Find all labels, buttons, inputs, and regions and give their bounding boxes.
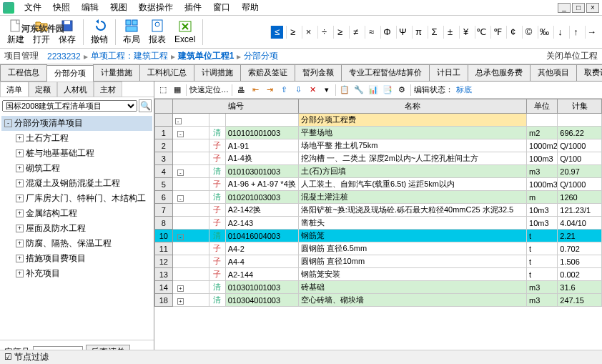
tab-division[interactable]: 分部分项 bbox=[46, 65, 94, 82]
report-button[interactable]: 报表 bbox=[144, 17, 170, 47]
tab-claims[interactable]: 索赔及签证 bbox=[240, 64, 295, 81]
move-up-icon[interactable]: ⇧ bbox=[278, 84, 290, 96]
quick-locate-button[interactable]: 快速定位… bbox=[189, 84, 229, 95]
tool-icon[interactable]: ▦ bbox=[172, 84, 183, 96]
tree-item[interactable]: +砌筑工程 bbox=[1, 161, 152, 176]
minimize-button[interactable]: _ bbox=[558, 3, 571, 13]
menu-help[interactable]: 帮助 bbox=[236, 0, 265, 15]
tree-item[interactable]: +补充项目 bbox=[1, 266, 152, 281]
symbol-down[interactable]: ↓ bbox=[553, 26, 566, 39]
breadcrumb-item-0[interactable]: 2233232 bbox=[47, 51, 81, 62]
symbol-yen[interactable]: ¥ bbox=[459, 26, 472, 39]
menu-file[interactable]: 文件 bbox=[19, 0, 47, 15]
symbol-pi[interactable]: π bbox=[412, 26, 425, 39]
save-button[interactable]: 保存 bbox=[54, 17, 80, 47]
table-row[interactable]: 10 -清010416004003钢筋笼t2.21 bbox=[155, 230, 602, 242]
symbol-copy[interactable]: © bbox=[522, 26, 535, 39]
menu-plugin[interactable]: 插件 bbox=[179, 0, 207, 15]
close-project-button[interactable]: 关闭单位工程 bbox=[546, 50, 598, 62]
tool-icon[interactable]: 🔧 bbox=[353, 84, 365, 96]
symbol-neq[interactable]: ≠ bbox=[349, 26, 362, 39]
col-rownum[interactable] bbox=[155, 99, 173, 114]
menu-view[interactable]: 视图 bbox=[104, 0, 133, 15]
symbol-fahrenheit[interactable]: ℉ bbox=[490, 26, 503, 39]
table-row[interactable]: 6 -清010201003003混凝土灌注桩m1260 bbox=[155, 191, 602, 204]
tab-contract-fee[interactable]: 总承包服务费 bbox=[468, 64, 531, 81]
undo-button[interactable]: 撤销 bbox=[87, 17, 112, 47]
table-row[interactable]: 11 子A4-2圆钢筋 直径6.5mmt0.702 bbox=[155, 242, 602, 255]
node-filter-checkbox[interactable]: ☑ 节点过滤 bbox=[4, 351, 49, 363]
tool-icon[interactable]: ▾ bbox=[321, 84, 332, 96]
tab-other[interactable]: 其他项目 bbox=[530, 64, 577, 81]
delete-icon[interactable]: ✕ bbox=[307, 84, 318, 96]
symbol-pm[interactable]: ± bbox=[443, 26, 456, 39]
tab-specialty[interactable]: 专业工程暂估/结算价 bbox=[341, 64, 430, 81]
standard-select[interactable]: 国标2008建筑工程清单项目 bbox=[2, 100, 137, 112]
table-row[interactable]: 1 -清010101001003平整场地m2696.22 bbox=[155, 127, 602, 139]
tool-icon[interactable]: 📋 bbox=[339, 84, 350, 96]
table-row[interactable]: 8 子A2-143凿桩头10m34.04/10 bbox=[155, 217, 602, 230]
tree-item[interactable]: +防腐、隔热、保温工程 bbox=[1, 236, 152, 251]
breadcrumb-item-3[interactable]: 分部分项 bbox=[244, 50, 278, 62]
tab-daywork[interactable]: 计日工 bbox=[429, 64, 468, 81]
breadcrumb-item-2[interactable]: 建筑单位工程1 bbox=[178, 50, 235, 62]
table-row[interactable]: 2 子A1-91场地平整 推土机75km1000m2Q/1000 bbox=[155, 139, 602, 152]
col-code[interactable]: 编号 bbox=[172, 99, 299, 114]
col-total[interactable]: 计集 bbox=[558, 99, 602, 114]
menu-edit[interactable]: 编辑 bbox=[76, 0, 104, 15]
symbol-gte[interactable]: ≥ bbox=[286, 26, 299, 39]
subtab-main-material[interactable]: 主材 bbox=[94, 82, 122, 97]
breadcrumb-item-1[interactable]: 单项工程：建筑工程 bbox=[91, 50, 168, 62]
subtab-labor[interactable]: 人材机 bbox=[57, 82, 94, 97]
data-grid[interactable]: 编号 名称 单位 计集 -分部分项工程费1 -清010101001003平整场地… bbox=[154, 99, 602, 307]
tree-item[interactable]: +金属结构工程 bbox=[1, 206, 152, 221]
table-row[interactable]: 4 -清010103001003土(石)方回填m320.97 bbox=[155, 165, 602, 178]
layout-button[interactable]: 布局 bbox=[119, 17, 144, 47]
tree-item[interactable]: +屋面及防水工程 bbox=[1, 221, 152, 236]
col-name[interactable]: 名称 bbox=[299, 99, 527, 114]
tool-icon[interactable]: ⬚ bbox=[157, 84, 169, 96]
tree-root[interactable]: -分部分项清单项目 bbox=[1, 116, 152, 131]
open-button[interactable]: 打开 bbox=[29, 17, 54, 47]
tab-fee-calc[interactable]: 取费计算 bbox=[576, 64, 602, 81]
table-row[interactable]: 13 子A2-144钢筋笼安装t0.002 bbox=[155, 268, 602, 281]
table-row[interactable]: 12 子A4-4圆钢筋 直径10mmt1.506 bbox=[155, 255, 602, 268]
excel-button[interactable]: Excel bbox=[170, 18, 199, 46]
subtab-list[interactable]: 清单 bbox=[0, 82, 29, 97]
tab-material-summary[interactable]: 工料机汇总 bbox=[139, 64, 194, 81]
move-down-icon[interactable]: ⇩ bbox=[292, 84, 304, 96]
symbol-approx[interactable]: ≈ bbox=[365, 26, 378, 39]
edit-state-value[interactable]: 标底 bbox=[456, 84, 472, 95]
tool-icon[interactable]: 📊 bbox=[367, 84, 379, 96]
symbol-up[interactable]: ↑ bbox=[569, 26, 582, 39]
tab-measurement[interactable]: 计量措施 bbox=[93, 64, 140, 81]
new-button[interactable]: 新建 bbox=[3, 17, 29, 47]
table-row[interactable]: 18 +清010304001003空心砖墙、砌块墙m3247.15 bbox=[155, 294, 602, 307]
symbol-cent[interactable]: ¢ bbox=[506, 26, 519, 39]
close-button[interactable]: × bbox=[586, 3, 599, 13]
symbol-mul[interactable]: × bbox=[302, 26, 315, 39]
search-icon[interactable]: 🔍 bbox=[139, 99, 152, 112]
symbol-gte2[interactable]: ≥ bbox=[333, 26, 346, 39]
tab-provisional[interactable]: 暂列金额 bbox=[295, 64, 342, 81]
symbol-permille[interactable]: ‰ bbox=[538, 26, 551, 39]
maximize-button[interactable]: □ bbox=[572, 3, 585, 13]
tree-item[interactable]: +混凝土及钢筋混凝土工程 bbox=[1, 176, 152, 191]
menu-data[interactable]: 数据操作 bbox=[133, 0, 179, 15]
symbol-div[interactable]: ÷ bbox=[317, 26, 330, 39]
tree-item[interactable]: +措施项目费项目 bbox=[1, 251, 152, 266]
menu-window[interactable]: 窗口 bbox=[207, 0, 236, 15]
subtab-quota[interactable]: 定额 bbox=[29, 82, 57, 97]
tab-measure-plan[interactable]: 计调措施 bbox=[194, 64, 241, 81]
menu-snapshot[interactable]: 快照 bbox=[47, 0, 76, 15]
print-icon[interactable]: 🖶 bbox=[235, 84, 247, 96]
col-unit[interactable]: 单位 bbox=[527, 99, 558, 114]
table-row[interactable]: 5 子A1-96 + A1-97 *4换人工装土、自卸汽车(载重6.5t) 运距… bbox=[155, 178, 602, 191]
tree-item[interactable]: +土石方工程 bbox=[1, 131, 152, 146]
table-row[interactable]: 14 +清010301001003砖基础m331.6 bbox=[155, 281, 602, 294]
symbol-psi[interactable]: Ψ bbox=[396, 26, 409, 39]
indent-right-icon[interactable]: ⇥ bbox=[264, 84, 275, 96]
tool-icon[interactable]: ⚙ bbox=[396, 84, 408, 96]
symbol-right[interactable]: → bbox=[585, 26, 598, 39]
symbol-sigma[interactable]: Σ bbox=[428, 26, 440, 39]
